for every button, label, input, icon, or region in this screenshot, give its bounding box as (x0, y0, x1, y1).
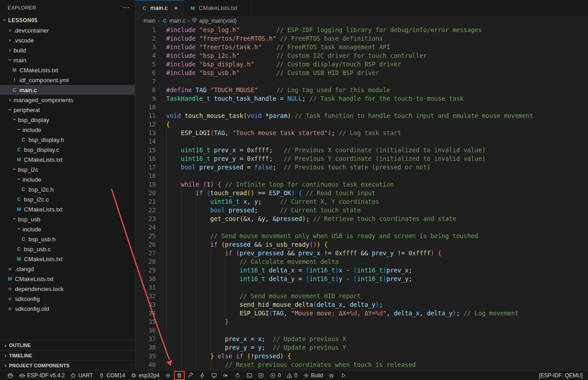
status-debug-attach[interactable] (220, 371, 232, 380)
close-icon[interactable]: × (174, 4, 178, 12)
code-line[interactable]: 38 prev_y = y; // Update previous Y (135, 343, 588, 352)
status-terminal[interactable] (243, 371, 255, 380)
tab-main-c[interactable]: Cmain.c× (135, 0, 184, 16)
tree-item-cmakelists-txt[interactable]: MCMakeLists.txt (0, 155, 135, 164)
status-trash-icon[interactable] (174, 371, 185, 380)
code-line[interactable]: 9TaskHandle_t touch_task_handle = NULL; … (135, 94, 588, 103)
line-number[interactable]: 20 (135, 189, 156, 197)
more-actions-icon[interactable]: ⋯ (123, 5, 130, 10)
tree-item-bsp-i2c-h[interactable]: Cbsp_i2c.h (0, 184, 135, 194)
breadcrumb-item-app-main-void[interactable]: app_main(void) (191, 17, 237, 24)
status-warning-0[interactable]: 0 (284, 371, 300, 380)
code-line[interactable]: 21 uint16_t x, y; // Current X, Y coordi… (135, 197, 588, 206)
line-number[interactable]: 35 (135, 318, 156, 326)
line-number[interactable]: 36 (135, 326, 156, 335)
code-line[interactable]: 17 bool prev_pressed = false; // Previou… (135, 163, 588, 172)
line-number[interactable]: 25 (135, 232, 156, 240)
status-box-arrow[interactable] (255, 371, 267, 380)
code-line[interactable]: 5#include "bsp_display.h" // Custom disp… (135, 60, 588, 69)
tree-item-lesson05[interactable]: ›LESSON05 (0, 15, 135, 25)
tree-item-bsp-usb[interactable]: ›bsp_usb (0, 214, 135, 224)
code-line[interactable]: 8#define TAG "TOUCH_MOUSE" // Log tag us… (135, 86, 588, 94)
line-number[interactable]: 19 (135, 180, 156, 189)
chevron-down-icon[interactable]: › (11, 215, 18, 222)
line-number[interactable]: 8 (135, 86, 156, 94)
tree-item-cmakelists-txt[interactable]: MCMakeLists.txt (0, 65, 135, 75)
chevron-down-icon[interactable]: › (16, 175, 23, 183)
chevron-right-icon[interactable]: › (6, 96, 14, 103)
chevron-down-icon[interactable]: › (1, 16, 8, 23)
line-number[interactable]: 34 (135, 309, 156, 318)
line-number[interactable]: 40 (135, 361, 156, 369)
line-number[interactable]: 28 (135, 258, 156, 266)
tree-item-idf-component-yml[interactable]: !idf_component.yml (0, 75, 135, 85)
line-number[interactable]: 2 (135, 34, 156, 43)
line-number[interactable]: 10 (135, 103, 156, 112)
line-number[interactable]: 32 (135, 292, 156, 300)
tree-item-include[interactable]: ›include (0, 125, 135, 135)
status-chip-esp32p4[interactable]: esp32p4 (128, 371, 162, 380)
code-line[interactable]: 18 (135, 172, 588, 180)
tree-item-bsp-i2c-c[interactable]: Cbsp_i2c.c (0, 194, 135, 204)
chevron-right-icon[interactable]: › (6, 27, 14, 33)
code-line[interactable]: 30 int16_t delta_y = (int16_t)y - (int16… (135, 275, 588, 283)
line-number[interactable]: 17 (135, 163, 156, 172)
line-number[interactable]: 11 (135, 112, 156, 120)
code-line[interactable]: 6#include "bsp_usb.h" // Custom USB HID … (135, 69, 588, 77)
line-number[interactable]: 27 (135, 249, 156, 258)
line-number[interactable]: 18 (135, 172, 156, 180)
code-line[interactable]: 27 if (prev_pressed && prev_x != 0xffff … (135, 249, 588, 258)
chevron-down-icon[interactable]: › (7, 56, 14, 63)
line-number[interactable]: 24 (135, 223, 156, 232)
status-gear[interactable] (162, 371, 174, 380)
tree-item-include[interactable]: ›include (0, 224, 135, 234)
status-idf-robot-esp-idf-v5-4-2[interactable]: ESP-IDF v5.4.2 (16, 371, 67, 380)
tree-item-bsp-display-h[interactable]: Cbsp_display.h (0, 135, 135, 145)
chevron-down-icon[interactable]: › (11, 165, 18, 173)
code-line[interactable]: 2#include "freertos/FreeRTOS.h" // FreeR… (135, 34, 588, 43)
sidebar-section-timeline[interactable]: ›TIMELINE (0, 350, 135, 360)
status-error-circle-0[interactable]: 0 (267, 371, 284, 380)
code-line[interactable]: 10 (135, 103, 588, 112)
code-line[interactable]: 7 (135, 77, 588, 86)
line-number[interactable]: 26 (135, 240, 156, 249)
tree-item-vscode[interactable]: ›.vscode (0, 35, 135, 45)
code-line[interactable]: 1#include "esp_log.h" // ESP-IDF logging… (135, 26, 588, 34)
status-flame[interactable] (232, 371, 243, 380)
tree-item-managed-components[interactable]: ›managed_components (0, 95, 135, 105)
code-line[interactable]: 25 // Send mouse movement only when USB … (135, 232, 588, 240)
code-line[interactable]: 37 prev_x = x; // Update previous X (135, 335, 588, 343)
tree-item-devcontainer[interactable]: ›.devcontainer (0, 25, 135, 35)
tree-item-bsp-display-c[interactable]: Cbsp_display.c (0, 145, 135, 155)
code-line[interactable]: 36 (135, 326, 588, 335)
line-number[interactable]: 1 (135, 26, 156, 34)
code-line[interactable]: 14 (135, 137, 588, 146)
tree-item-main[interactable]: ›main (0, 55, 135, 65)
tree-item-peripheral[interactable]: ›peripheral (0, 105, 135, 115)
status-play[interactable] (337, 371, 349, 380)
line-number[interactable]: 38 (135, 343, 156, 352)
status-monitor[interactable] (208, 371, 220, 380)
line-number[interactable]: 16 (135, 155, 156, 163)
line-number[interactable]: 37 (135, 335, 156, 343)
code-line[interactable]: 16 uint16_t prev_y = 0xffff; // Previous… (135, 155, 588, 163)
code-line[interactable]: 20 if (touch_read() == ESP_OK) { // Read… (135, 189, 588, 197)
tree-item-include[interactable]: ›include (0, 174, 135, 184)
line-number[interactable]: 6 (135, 69, 156, 77)
tree-item-main-c[interactable]: Cmain.c (0, 85, 135, 95)
code-line[interactable]: 33 send_hid_mouse_delta(delta_x, delta_y… (135, 300, 588, 309)
code-line[interactable]: 24 (135, 223, 588, 232)
sidebar-section-project-components[interactable]: ›PROJECT COMPONENTS (0, 360, 135, 370)
code-line[interactable]: 32 // Send mouse movement HID report (135, 292, 588, 300)
tree-item-sdkconfig-old[interactable]: ≡sdkconfig.old (0, 304, 135, 314)
line-number[interactable]: 22 (135, 206, 156, 215)
code-line[interactable]: 35 } (135, 318, 588, 326)
code-line[interactable]: 19 while (1) { // Infinite loop for cont… (135, 180, 588, 189)
status-remote-indicator[interactable]: [ESP-IDF: QEMU] (539, 372, 583, 379)
chevron-right-icon[interactable]: › (6, 47, 14, 53)
code-editor[interactable]: 1#include "esp_log.h" // ESP-IDF logging… (135, 26, 588, 370)
line-number[interactable]: 14 (135, 137, 156, 146)
sidebar-section-outline[interactable]: ›OUTLINE (0, 340, 135, 350)
status-bolt[interactable] (196, 371, 208, 380)
line-number[interactable]: 9 (135, 94, 156, 103)
